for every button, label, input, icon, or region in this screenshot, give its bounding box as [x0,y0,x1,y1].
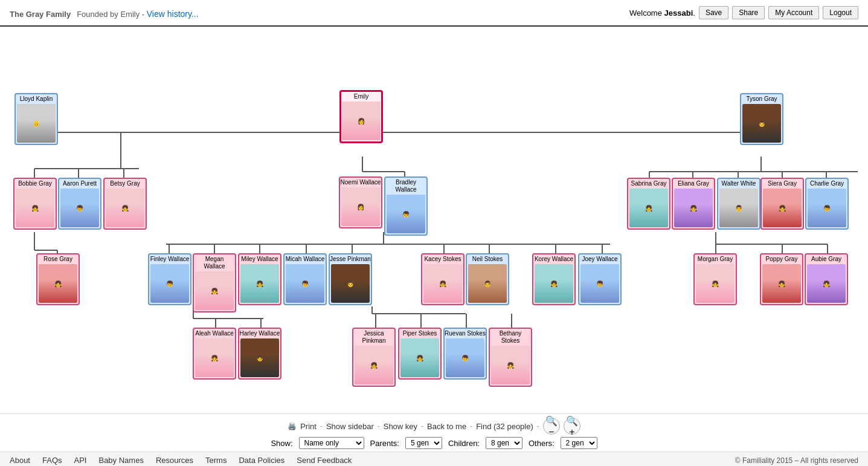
parents-label: Parents: [370,439,399,448]
person-betsy-gray[interactable]: Betsy Gray 👧 [103,178,147,230]
person-korey-wallace[interactable]: Korey Wallace 👧 [532,253,576,305]
share-button[interactable]: Share [732,6,765,19]
footer-nav: About FAQs API Baby Names Resources Term… [10,456,352,465]
person-bobbie-gray[interactable]: Bobbie Gray 👧 [13,178,57,230]
welcome-text: Welcome Jessabi. [629,8,695,18]
footer-faqs[interactable]: FAQs [42,456,62,465]
others-select[interactable]: 2 gen 1 gen 3 gen [561,437,597,449]
person-aaron-purett[interactable]: Aaron Purett 👦 [58,178,101,230]
person-noemi-wallace[interactable]: Noemi Wallace 👩 [339,176,382,228]
person-bethany-stokes[interactable]: Bethany Stokes 👧 [489,328,532,387]
sidebar-link[interactable]: Show sidebar [326,422,374,431]
person-poppy-gray[interactable]: Poppy Gray 👧 [760,253,803,305]
account-button[interactable]: My Account [768,6,819,19]
page-title: The Gray Family Founded by Emily - View … [10,5,199,21]
logout-button[interactable]: Logout [823,6,858,19]
footer-resources[interactable]: Resources [156,456,193,465]
person-rose-gray[interactable]: Rose Gray 👧 [36,253,80,305]
person-lloyd-kaplin[interactable]: Lloyd Kaplin 👴 [14,93,58,145]
find-link[interactable]: Find (32 people) [476,422,533,431]
person-eliana-gray[interactable]: Eliana Gray 👧 [672,178,715,230]
zoom-in-button[interactable]: 🔍+ [564,418,580,435]
person-morgan-gray[interactable]: Morgan Gray 👧 [693,253,737,305]
footer-send-feedback[interactable]: Send Feedback [297,456,352,465]
footer-baby-names[interactable]: Baby Names [98,456,143,465]
footer: About FAQs API Baby Names Resources Term… [0,451,868,466]
person-kacey-stokes[interactable]: Kacey Stokes 👧 [421,253,465,305]
person-sabrina-gray[interactable]: Sabrina Gray 👧 [627,178,670,230]
tree-container[interactable]: Lloyd Kaplin 👴 Emily 👩 Tyson Gray 👨 Bobb… [0,27,868,413]
others-label: Others: [529,439,555,448]
person-ruevan-stokes[interactable]: Ruevan Stokes 👦 [443,328,487,380]
person-siera-gray[interactable]: Siera Gray 👧 [760,178,804,230]
person-bradley-wallace[interactable]: Bradley Wallace 👦 [384,176,428,236]
children-label: Children: [448,439,480,448]
footer-data-policies[interactable]: Data Policies [239,456,285,465]
person-harley-wallace[interactable]: Harley Wallace 👧 [238,328,281,380]
person-joey-wallace[interactable]: Joey Wallace 👦 [578,253,622,305]
person-neil-stokes[interactable]: Neil Stokes 👨 [466,253,509,305]
history-link[interactable]: View history... [147,9,199,19]
person-aleah-wallace[interactable]: Aleah Wallace 👧 [193,328,236,380]
tree-canvas: Lloyd Kaplin 👴 Emily 👩 Tyson Gray 👨 Bobb… [0,27,858,401]
person-megan-wallace[interactable]: Megan Wallace 👧 [193,253,236,312]
show-label: Show: [271,439,292,448]
children-select[interactable]: 8 gen 3 gen 4 gen 6 gen [486,437,522,449]
person-jesse-pinkman[interactable]: Jesse Pinkman 👨 [329,253,372,305]
person-miley-wallace[interactable]: Miley Wallace 👧 [238,253,281,305]
footer-api[interactable]: API [74,456,87,465]
header-right: Welcome Jessabi. Save Share My Account L… [629,6,858,19]
zoom-out-button[interactable]: 🔍− [543,418,560,435]
toolbar: 🖨️ Print - Show sidebar - Show key - Bac… [0,413,868,451]
print-icon: 🖨️ [288,422,297,430]
person-charlie-gray[interactable]: Charlie Gray 👦 [805,178,849,230]
person-micah-wallace[interactable]: Micah Wallace 👦 [283,253,327,305]
footer-terms[interactable]: Terms [205,456,227,465]
person-aubie-gray[interactable]: Aubie Gray 👧 [805,253,848,305]
back-link[interactable]: Back to me [427,422,466,431]
person-finley-wallace[interactable]: Finley Wallace 👦 [148,253,191,305]
header-left: The Gray Family Founded by Emily - View … [10,5,199,21]
person-walter-white[interactable]: Walter White 👨 [717,178,760,230]
person-tyson-gray[interactable]: Tyson Gray 👨 [740,93,783,145]
print-link[interactable]: Print [300,422,317,431]
header: The Gray Family Founded by Emily - View … [0,0,868,27]
person-piper-stokes[interactable]: Piper Stokes 👧 [398,328,442,380]
person-emily[interactable]: Emily 👩 [339,90,383,143]
key-link[interactable]: Show key [384,422,417,431]
show-select[interactable]: Name only Photo + Name [299,437,364,449]
save-button[interactable]: Save [699,6,728,19]
parents-select[interactable]: 5 gen 3 gen 4 gen 6 gen [405,437,442,449]
footer-about[interactable]: About [10,456,30,465]
person-jessica-pinkman[interactable]: Jessica Pinkman 👧 [352,328,396,387]
footer-copyright: © Familiality 2015 – All rights reserved [735,456,858,465]
